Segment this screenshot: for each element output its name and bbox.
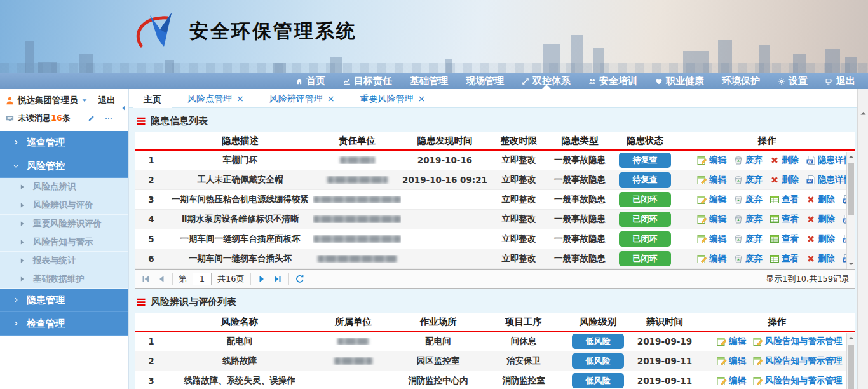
tab-close-icon[interactable]: × — [236, 94, 244, 103]
sidebar-subitem-3[interactable]: 重要风险辨识评价 — [0, 215, 128, 233]
nav-item-4[interactable]: 现场管理 — [457, 73, 513, 89]
action-discard[interactable]: 废弃 — [733, 174, 763, 186]
action-hazard-detail[interactable]: W隐患详情 — [806, 154, 852, 166]
action-risk-notice[interactable]: 风险告知与警示管理 — [753, 336, 843, 347]
action-delete[interactable]: 删除 — [770, 174, 799, 186]
risk-table-scrollbar[interactable] — [846, 333, 855, 389]
doc-icon: W — [806, 175, 816, 185]
action-discard[interactable]: 废弃 — [733, 154, 763, 166]
action-view[interactable]: 查看 — [770, 253, 799, 264]
action-delete[interactable]: 删除 — [806, 214, 835, 225]
nav-item-1[interactable]: 首页 — [287, 73, 334, 89]
action-edit[interactable]: 编辑 — [697, 194, 726, 205]
scrollbar-thumb[interactable] — [848, 163, 854, 215]
action-delete[interactable]: 删除 — [806, 233, 835, 245]
risk-level-badge: 低风险 — [572, 353, 624, 369]
action-discard[interactable]: 废弃 — [733, 233, 763, 245]
action-view[interactable]: 查看 — [770, 233, 799, 245]
table-row[interactable]: 6 一期车间一缝纫车台插头坏 立即整改 一般事故隐患 已闭环 编辑废弃查看删除W… — [135, 249, 855, 269]
nav-item-5[interactable]: 双控体系 — [513, 73, 580, 89]
nav-item-10[interactable]: 退出 — [817, 73, 864, 89]
tab-3[interactable]: 风险辨评管理× — [259, 89, 345, 107]
nav-item-9[interactable]: 设置 — [769, 73, 817, 89]
table-row[interactable]: 3 线路故障、系统失灵、误操作 消防监控中心内 消防监控室 低风险 2019-0… — [135, 371, 855, 389]
sidebar-subitem-4[interactable]: 风险告知与警示 — [0, 233, 128, 252]
sidebar-logout-link[interactable]: 退出 — [98, 95, 116, 106]
action-delete[interactable]: 删除 — [806, 194, 835, 205]
tab-2[interactable]: 风险点管理× — [177, 89, 254, 107]
hazard-table-body: 1 车棚门坏 2019-10-16 立即整改 一般事故隐患 待复查 编辑废弃删除… — [135, 151, 855, 269]
table-row[interactable]: 2 工人未正确佩戴安全帽 2019-10-16 09:21 立即整改 一般事故隐… — [135, 170, 855, 190]
first-page-button[interactable] — [140, 274, 151, 284]
tri-right-icon — [19, 239, 25, 245]
scroll-up-icon[interactable] — [848, 153, 855, 160]
page-input[interactable] — [193, 273, 212, 285]
scroll-down-icon[interactable] — [848, 261, 855, 268]
sidebar-subitem-1[interactable]: 风险点辨识 — [0, 178, 128, 196]
tab-1[interactable]: 主页 — [133, 90, 172, 108]
table-row[interactable]: 1 车棚门坏 2019-10-16 立即整改 一般事故隐患 待复查 编辑废弃删除… — [135, 151, 855, 170]
column-header: 操作 — [679, 135, 855, 147]
top-banner: 安全环保管理系统 — [0, 0, 868, 73]
sidebar-subitem-5[interactable]: 报表与统计 — [0, 252, 128, 270]
nav-item-7[interactable]: 职业健康 — [646, 73, 713, 89]
unread-messages[interactable]: 未读消息16条 — [18, 113, 71, 124]
action-edit[interactable]: 编辑 — [697, 214, 726, 225]
pencil-icon[interactable] — [88, 114, 95, 122]
table-row[interactable]: 4 Ⅱ期水泵房设备维修标识不清晰 立即整改 一般事故隐患 已闭环 编辑废弃查看删… — [135, 210, 855, 229]
tab-close-icon[interactable]: × — [417, 94, 425, 103]
action-edit[interactable]: 编辑 — [697, 253, 726, 264]
last-page-button[interactable] — [273, 274, 283, 284]
user-name[interactable]: 悦达集团管理员 — [18, 95, 78, 106]
sidebar-item-1[interactable]: 巡查管理 — [0, 131, 128, 154]
refresh-button[interactable] — [295, 274, 305, 284]
nav-item-6[interactable]: 安全培训 — [580, 73, 646, 89]
action-view[interactable]: 查看 — [770, 214, 799, 225]
next-page-button[interactable] — [257, 274, 267, 284]
tab-4[interactable]: 重要风险管理× — [349, 89, 435, 107]
sidebar-item-4[interactable]: 检查管理 — [0, 312, 128, 336]
scroll-up-icon[interactable] — [859, 109, 867, 118]
table-row[interactable]: 3 一期车间热压粘合机电源线绷得较紧 立即整改 一般事故隐患 已闭环 编辑废弃查… — [135, 190, 855, 210]
scroll-up-icon[interactable] — [848, 334, 855, 341]
action-delete[interactable]: 删除 — [806, 253, 835, 264]
redacted-text — [337, 338, 369, 345]
action-edit[interactable]: 编辑 — [697, 174, 726, 186]
action-discard[interactable]: 废弃 — [733, 253, 763, 264]
action-edit[interactable]: 编辑 — [697, 233, 726, 245]
sidebar-item-2[interactable]: 风险管控 — [0, 154, 128, 178]
page-scrollbar[interactable] — [857, 89, 868, 389]
table-row[interactable]: 1 配电间 配电间 间休息 低风险 2019-09-19 编辑风险告知与警示管理… — [135, 332, 855, 351]
nav-item-2[interactable]: 目标责任 — [334, 73, 401, 89]
sidebar-subitem-6[interactable]: 基础数据维护 — [0, 270, 128, 289]
action-view[interactable]: 查看 — [770, 194, 799, 205]
action-risk-notice[interactable]: 风险告知与警示管理 — [753, 355, 843, 367]
action-delete[interactable]: 删除 — [770, 154, 799, 166]
sidebar-subitem-2[interactable]: 风险辨识与评价 — [0, 196, 128, 215]
action-discard[interactable]: 废弃 — [733, 214, 763, 225]
action-risk-notice[interactable]: 风险告知与警示管理 — [753, 375, 843, 386]
action-edit[interactable]: 编辑 — [717, 355, 746, 367]
action-edit[interactable]: 编辑 — [697, 154, 726, 166]
table-row[interactable]: 5 一期车间一缝纫车台插座面板坏 立即整改 一般事故隐患 已闭环 编辑废弃查看删… — [135, 229, 855, 249]
sidebar-collapse-icon[interactable] — [120, 103, 128, 112]
edit-icon — [717, 336, 727, 346]
delete-icon — [806, 194, 816, 205]
nav-item-8[interactable]: 环境保护 — [713, 73, 769, 89]
prev-page-button[interactable] — [156, 274, 166, 284]
list-icon — [136, 298, 146, 306]
hazard-table-scrollbar[interactable] — [846, 152, 855, 269]
scrollbar-thumb[interactable] — [848, 345, 854, 389]
action-edit[interactable]: 编辑 — [717, 375, 746, 386]
ellipsis-icon[interactable] — [105, 114, 112, 122]
action-hazard-detail[interactable]: W隐患详情 — [806, 174, 852, 186]
redacted-text — [313, 235, 401, 243]
action-edit[interactable]: 编辑 — [717, 336, 746, 347]
action-discard[interactable]: 废弃 — [733, 194, 763, 205]
tabbar: 主页风险点管理×风险辨评管理×重要风险管理× — [129, 89, 857, 108]
table-row[interactable]: 2 线路故障 园区监控室 治安保卫 低风险 2019-09-11 编辑风险告知与… — [135, 351, 855, 371]
sidebar-item-3[interactable]: 隐患管理 — [0, 289, 128, 312]
tab-close-icon[interactable]: × — [327, 94, 335, 103]
nav-item-3[interactable]: 基础管理 — [401, 73, 457, 89]
chevron-down-icon[interactable] — [81, 97, 88, 104]
